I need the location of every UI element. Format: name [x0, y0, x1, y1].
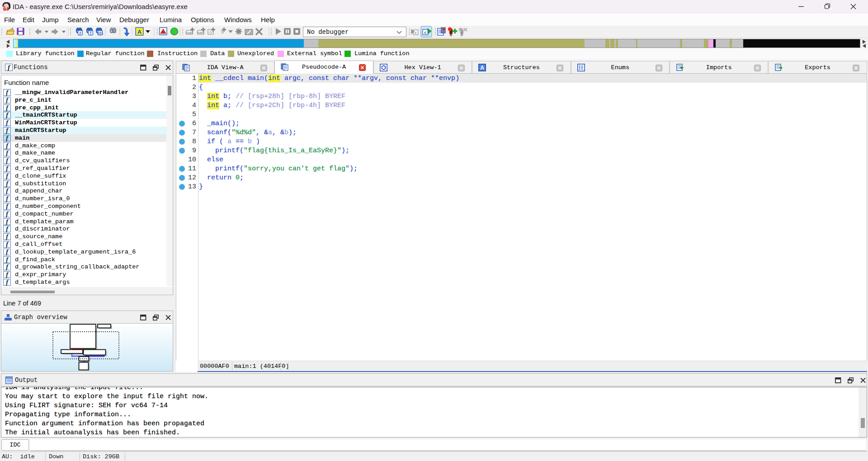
svg-text:DATA: DATA — [197, 32, 204, 34]
svg-text:c: c — [425, 30, 427, 35]
svg-text:CODE: CODE — [185, 32, 193, 34]
svg-text:A: A — [209, 30, 212, 34]
svg-text:c: c — [415, 30, 417, 35]
svg-text:64: 64 — [3, 6, 9, 12]
svg-text:#: # — [79, 31, 81, 35]
svg-text:T: T — [90, 31, 92, 35]
svg-text:101: 101 — [97, 31, 103, 35]
svg-text:A: A — [137, 28, 142, 35]
